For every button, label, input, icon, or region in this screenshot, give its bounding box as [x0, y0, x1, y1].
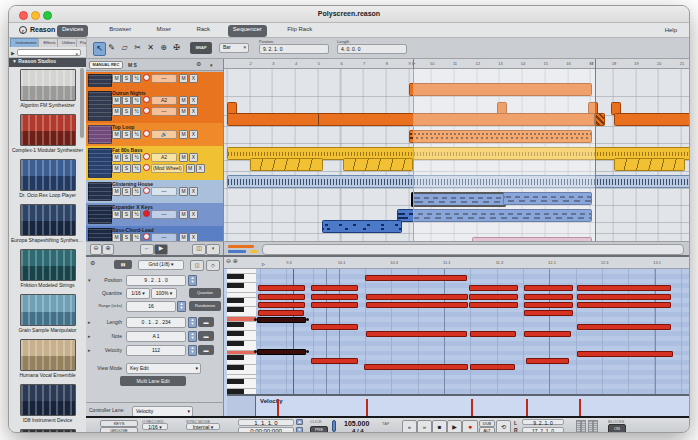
mute-button[interactable]: M	[112, 107, 121, 116]
lane-mute-button[interactable]: M	[179, 107, 188, 116]
dub-button[interactable]: DUB	[479, 420, 495, 427]
track-row[interactable]: Bass-Chord-LeadMS½—MXMS½A1MX	[86, 226, 224, 241]
midi-note[interactable]	[258, 310, 304, 316]
lane-mute-button[interactable]: M	[179, 187, 188, 196]
randomize-button[interactable]: Randomize	[189, 301, 221, 311]
solo-button[interactable]: S	[122, 233, 131, 241]
velocity-bar[interactable]	[579, 399, 581, 416]
midi-note[interactable]	[524, 285, 573, 291]
alt-takes-button[interactable]: ½	[132, 153, 141, 162]
pos-time-stepper[interactable]: ▼	[296, 427, 303, 433]
zoom-in-icon[interactable]: ⊕	[102, 244, 114, 255]
record-enable-dot[interactable]	[143, 96, 150, 103]
midi-note[interactable]	[258, 294, 305, 300]
solo-button[interactable]: S	[122, 74, 131, 83]
device-item[interactable]: Humana Vocal Ensemble	[9, 339, 86, 383]
midi-note[interactable]	[524, 302, 573, 308]
record-button[interactable]: ●	[462, 420, 478, 433]
alt-button[interactable]: ALT	[479, 427, 495, 433]
song-position-time[interactable]: 0:00:00:000	[238, 427, 294, 433]
zoom-out-icon[interactable]: ⊖	[90, 244, 102, 255]
range-value[interactable]: 16	[126, 301, 176, 312]
follow-song-button[interactable]: ▶	[154, 244, 168, 255]
solo-button[interactable]: S	[122, 187, 131, 196]
solo-button[interactable]: S	[122, 130, 131, 139]
clip[interactable]	[614, 158, 685, 171]
quantize-button[interactable]: Quantize	[189, 288, 221, 298]
clip[interactable]	[409, 83, 593, 96]
device-item[interactable]: Algoritm FM Synthesizer	[9, 69, 86, 113]
editor-ruler[interactable]: ⊖ ⊕ ▹ 9.310.110.311.111.312.112.313.1	[224, 257, 690, 269]
device-item[interactable]: Complex-1 Modular Synthesizer	[9, 114, 86, 158]
note-grid[interactable]	[256, 269, 690, 394]
midi-note[interactable]	[311, 294, 358, 300]
lane-mute-button[interactable]: M	[179, 130, 188, 139]
velocity-bar[interactable]	[277, 399, 279, 416]
snap-toggle[interactable]: SNAP	[190, 42, 212, 54]
loop-right-value[interactable]: 17. 2. 1. 0	[522, 427, 564, 433]
midi-note[interactable]	[469, 285, 518, 291]
length-value[interactable]: 0 . 1 . 2 . 234	[126, 317, 186, 328]
midi-note[interactable]	[257, 317, 306, 323]
snap-toggle[interactable]: ▮▮	[114, 260, 132, 269]
hscroll-thumb[interactable]	[262, 244, 684, 255]
disclosure-icon[interactable]: ▾	[88, 277, 91, 283]
pos-bars-stepper[interactable]: ▲	[296, 419, 303, 425]
solo-button[interactable]: S	[122, 96, 131, 105]
midi-note[interactable]	[469, 294, 518, 300]
record-enable-dot[interactable]	[143, 210, 150, 217]
lane-delete-button[interactable]: X	[189, 210, 198, 219]
record-enable-dot[interactable]	[143, 130, 150, 137]
midi-note[interactable]	[311, 302, 358, 308]
manual-rec-button[interactable]: MANUAL REC	[89, 61, 123, 69]
clip[interactable]	[397, 209, 592, 222]
velocity-lane[interactable]: Velocity	[256, 394, 690, 416]
browser-header[interactable]: ▼ Reason Studios	[9, 58, 86, 67]
clip[interactable]	[409, 130, 593, 143]
midi-note[interactable]	[577, 294, 671, 300]
click-level-slider[interactable]	[332, 420, 336, 432]
apply-velocity-button[interactable]: ▬	[198, 345, 214, 355]
rewind-button[interactable]: «	[402, 420, 417, 433]
device-item[interactable]: Europa Shapeshifting Synthesizer	[9, 204, 86, 248]
track-row[interactable]: Glistening HouseMS½—MX	[86, 180, 224, 204]
main-tab-mixer[interactable]: Mixer	[151, 25, 176, 37]
apply-note-button[interactable]: ▬	[198, 331, 214, 341]
record-enable-dot[interactable]	[143, 153, 150, 160]
lane-delete-button[interactable]: X	[189, 107, 198, 116]
midi-note[interactable]	[469, 302, 518, 308]
clip[interactable]	[614, 113, 690, 126]
stop-button[interactable]: ■	[432, 420, 447, 433]
midi-note[interactable]	[526, 358, 569, 364]
midi-note[interactable]	[311, 324, 358, 330]
track-row[interactable]: Top LoopMS½🔊MX	[86, 123, 224, 147]
play-button[interactable]: ▶	[447, 420, 462, 433]
mute-button[interactable]: M	[112, 233, 121, 241]
mute-button[interactable]: M	[112, 74, 121, 83]
length-stepper[interactable]: ▲▼	[188, 317, 197, 328]
help-link[interactable]: Help	[665, 27, 677, 34]
track-row[interactable]: Fat 80s BassMS½A2MXMS½(Mod Wheel)MX	[86, 146, 224, 181]
quantize-strength-dropdown[interactable]: 100% ▾	[151, 288, 177, 299]
list-options-icon[interactable]: ▾	[210, 62, 213, 68]
velocity-bar[interactable]	[526, 399, 528, 416]
record-enable-dot[interactable]	[143, 187, 150, 194]
track-row[interactable]: Outrun NightsMS½A2MXMS½—MX	[86, 89, 224, 124]
record-enable-dot[interactable]	[143, 164, 150, 171]
shield-icon[interactable]: ◇	[206, 260, 220, 271]
quantize-value-dropdown[interactable]: 1/16 ▾	[126, 288, 150, 299]
lane-delete-button[interactable]: X	[189, 153, 198, 162]
midi-note[interactable]	[524, 294, 573, 300]
solo-button[interactable]: S	[122, 164, 131, 173]
loop-end-flag-icon[interactable]: ◃	[590, 60, 593, 67]
lane-delete-button[interactable]: X	[196, 164, 205, 173]
alt-takes-button[interactable]: ½	[132, 130, 141, 139]
device-item[interactable]: Friktion Modeled Strings	[9, 249, 86, 293]
device-item[interactable]: Dr. Octo Rex Loop Player	[9, 159, 86, 203]
midi-note[interactable]	[366, 294, 468, 300]
midi-note[interactable]	[366, 331, 467, 337]
alt-takes-button[interactable]: ½	[132, 96, 141, 105]
midi-note[interactable]	[470, 331, 516, 337]
device-item[interactable]	[9, 429, 86, 433]
clip[interactable]	[411, 192, 506, 207]
